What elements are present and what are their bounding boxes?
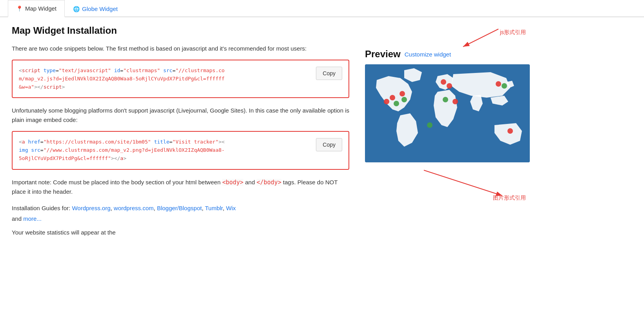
bottom-text: Your website statistics will appear at t… <box>12 228 349 237</box>
code-box-1: <script type="text/javascript" id="clust… <box>12 60 349 98</box>
attr-id: id <box>114 67 120 73</box>
tag-a-close: a <box>120 155 123 161</box>
attr-href-val: "https://clustrmaps.com/site/1bm05" <box>44 139 151 145</box>
customize-link[interactable]: Customize widget <box>405 51 451 58</box>
tab-map-widget[interactable]: 📍 Map Widget <box>8 0 65 17</box>
middle-text: Unfortunately some blogging platforms do… <box>12 106 349 125</box>
bracket-close-1: ></ <box>34 84 43 90</box>
bracket-a-close: >< <box>219 139 225 145</box>
map-pin-icon: 📍 <box>16 5 23 12</box>
preview-title: Preview <box>365 49 401 60</box>
note-body-close: </body> <box>257 179 281 186</box>
svg-point-14 <box>502 83 507 89</box>
svg-line-1 <box>463 29 498 47</box>
attr-src-val-2: m/map_v2.js?d=jEedlNVklOX2IZqAQB0Waa8-5o… <box>19 76 224 82</box>
svg-point-12 <box>401 97 407 102</box>
tag-a: a <box>22 139 25 145</box>
attr-title: title <box>154 139 169 145</box>
bracket-open-1: < <box>19 67 22 73</box>
svg-point-5 <box>384 99 389 104</box>
copy-button-1[interactable]: Copy <box>316 67 342 80</box>
annotation-bottom-area: 图片形式引用 <box>365 166 530 205</box>
note-text: Important note: Code must be placed into… <box>12 178 349 196</box>
svg-point-15 <box>427 122 432 128</box>
attr-img-src: src <box>31 147 40 153</box>
note-body-open: <body> <box>222 179 243 186</box>
note-line1: Important note: Code must be placed into… <box>12 179 221 185</box>
tag-script: script <box>22 67 40 73</box>
attr-src-val-3: &w=a" <box>19 84 34 90</box>
code-content-1: <script type="text/javascript" id="clust… <box>19 67 312 91</box>
intro-text: There are two code snippets below. The f… <box>12 44 349 53</box>
svg-point-10 <box>507 128 513 134</box>
globe-icon: 🌐 <box>73 6 80 12</box>
svg-point-6 <box>441 79 446 85</box>
page-title: Map Widget Installation <box>12 25 349 36</box>
attr-href: href <box>28 139 40 145</box>
attr-id-val: "clustrmaps" <box>123 67 160 73</box>
annotation-top-area: js形式引用 <box>365 25 530 49</box>
attr-title-val: "Visit tracker" <box>172 139 218 145</box>
attr-img: img <box>19 147 28 153</box>
link-wordpress-com[interactable]: wordpress.com <box>114 205 154 211</box>
svg-point-8 <box>452 99 458 104</box>
left-panel: Map Widget Installation There are two co… <box>12 25 349 244</box>
attr-src-val: "//clustrmaps.co <box>175 67 224 73</box>
svg-point-11 <box>394 101 399 106</box>
map-preview <box>365 64 530 162</box>
svg-point-9 <box>496 81 501 87</box>
install-guides-prefix: Installation Guides for: <box>12 205 70 211</box>
svg-point-4 <box>400 91 405 96</box>
attr-img-src-val-2: 5oRjlCYuVpdX7PitdPg&cl=ffffff" <box>19 155 111 161</box>
svg-point-3 <box>390 95 395 100</box>
install-guides: Installation Guides for: Wordpress.org, … <box>12 203 349 224</box>
tab-map-widget-label: Map Widget <box>25 5 57 12</box>
svg-point-13 <box>443 97 448 102</box>
main-container: Map Widget Installation There are two co… <box>0 17 644 251</box>
copy-button-2[interactable]: Copy <box>316 138 342 151</box>
svg-point-7 <box>447 83 452 89</box>
bracket-end-1: > <box>62 84 65 90</box>
link-wordpress-org[interactable]: Wordpress.org <box>72 205 110 211</box>
bracket-open-2: < <box>19 139 22 145</box>
svg-line-17 <box>424 170 502 196</box>
tab-bar: 📍 Map Widget 🌐 Globe Widget <box>0 0 644 17</box>
preview-header: Preview Customize widget <box>365 49 530 60</box>
tab-globe-widget-label: Globe Widget <box>82 5 118 12</box>
link-blogger[interactable]: Blogger/Blogspot <box>157 205 202 211</box>
attr-type: type <box>44 67 56 73</box>
tag-script-close: script <box>44 84 62 90</box>
note-and: and <box>245 179 255 185</box>
tab-globe-widget[interactable]: 🌐 Globe Widget <box>65 0 126 17</box>
attr-type-val: "text/javascript" <box>59 67 111 73</box>
link-tumblr[interactable]: Tumblr <box>205 205 223 211</box>
install-and: and <box>12 215 22 222</box>
arrow-top-svg <box>451 25 530 49</box>
attr-src: src <box>163 67 172 73</box>
code-box-2: <a href="https://clustrmaps.com/site/1bm… <box>12 131 349 169</box>
right-panel-wrapper: js形式引用 Preview Customize widget <box>365 25 530 244</box>
bracket-end-2: > <box>123 155 126 161</box>
world-map-svg <box>365 64 530 162</box>
bracket-img-close: ></ <box>111 155 120 161</box>
attr-img-src-val: "//www.clustrmaps.com/map_v2.png?d=jEedl… <box>44 147 225 153</box>
annotation-bottom-label: 图片形式引用 <box>493 195 526 202</box>
code-content-2: <a href="https://clustrmaps.com/site/1bm… <box>19 138 312 162</box>
link-wix[interactable]: Wix <box>226 205 236 211</box>
link-more[interactable]: more... <box>23 215 42 222</box>
